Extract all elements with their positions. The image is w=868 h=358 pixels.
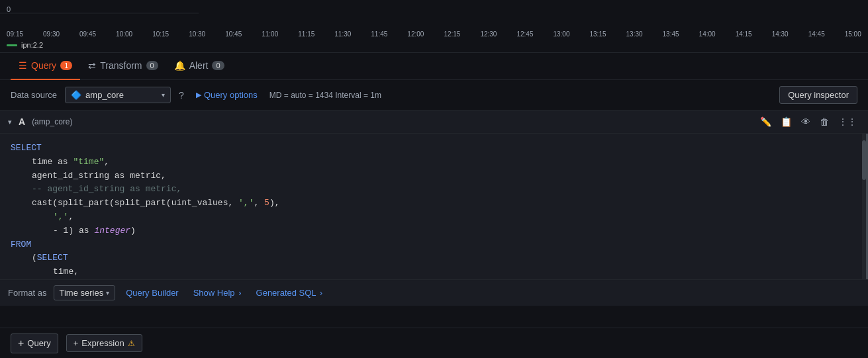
datasource-select[interactable]: 🔷 amp_core ▾: [65, 87, 171, 103]
datasource-name: amp_core: [85, 90, 158, 100]
add-query-button[interactable]: + Query: [11, 334, 58, 353]
edit-query-button[interactable]: ✏️: [757, 114, 775, 129]
datasource-chevron-icon: ▾: [162, 91, 165, 99]
transform-tab-icon: ⇄: [88, 60, 96, 71]
drag-query-button[interactable]: ⋮⋮: [835, 114, 860, 129]
time-label: 12:45: [516, 30, 533, 38]
sql-line-9: (SELECT: [11, 251, 855, 265]
datasource-label: Data source: [11, 90, 57, 100]
query-letter: A: [19, 116, 25, 127]
generated-sql-label: Generated SQL: [256, 288, 316, 298]
format-value: Time series: [60, 288, 104, 298]
generated-sql-arrow-icon: ›: [320, 288, 322, 298]
query-tab-icon: ☰: [19, 60, 27, 71]
add-expression-plus-icon: +: [73, 338, 79, 348]
time-label: 14:30: [772, 30, 789, 38]
time-label: 11:30: [334, 30, 351, 38]
query-options-button[interactable]: ▶ Query options: [192, 87, 262, 103]
show-help-label: Show Help: [193, 288, 235, 298]
time-label: 10:00: [116, 30, 132, 38]
query-datasource-label: (amp_core): [32, 117, 72, 126]
sql-editor[interactable]: SELECT time as "time", agent_id_string a…: [0, 134, 868, 279]
chart-area: 0 09:15 09:30 09:45 10:00 10:15 10:30 10…: [0, 0, 868, 53]
time-label: 14:45: [808, 30, 825, 38]
scrollbar[interactable]: [862, 134, 866, 279]
delete-query-button[interactable]: 🗑: [816, 114, 832, 129]
chart-zero-label: 0: [7, 5, 11, 13]
show-help-button[interactable]: Show Help ›: [189, 286, 246, 300]
legend-color: [7, 44, 17, 46]
time-label: 13:45: [663, 30, 679, 38]
time-label: 12:00: [407, 30, 424, 38]
add-expression-button[interactable]: + Expression ⚠: [66, 334, 142, 352]
time-label: 13:30: [626, 30, 643, 38]
time-label: 11:00: [262, 30, 278, 38]
query-builder-button[interactable]: Query Builder: [122, 286, 182, 300]
time-label: 10:45: [225, 30, 242, 38]
tab-transform-label: Transform: [100, 60, 142, 71]
format-as-label: Format as: [8, 288, 47, 298]
tab-transform-badge: 0: [146, 61, 158, 70]
query-inspector-button[interactable]: Query inspector: [779, 86, 857, 104]
row-actions: ✏️ 📋 👁 🗑 ⋮⋮: [757, 114, 860, 129]
sql-line-10: time,: [11, 265, 855, 279]
bottom-bar: Format as Time series ▾ Query Builder Sh…: [0, 279, 868, 306]
expression-warn-icon: ⚠: [128, 339, 135, 348]
time-label: 10:30: [189, 30, 205, 38]
sql-line-1: SELECT: [11, 142, 855, 156]
time-label: 09:15: [7, 30, 23, 38]
legend-text: ipn:2.2: [21, 41, 43, 49]
tab-query-badge: 1: [60, 61, 72, 70]
format-select[interactable]: Time series ▾: [54, 285, 116, 300]
toggle-query-button[interactable]: 👁: [798, 114, 814, 129]
format-chevron-icon: ▾: [106, 289, 109, 296]
sql-line-3: agent_id_string as metric,: [11, 169, 855, 183]
sql-line-6: ',',: [11, 210, 855, 224]
show-help-arrow-icon: ›: [238, 288, 241, 298]
tab-transform[interactable]: ⇄ Transform 0: [80, 53, 166, 80]
query-options-label: Query options: [204, 90, 258, 100]
sql-line-5: cast(split_part(split_part(uint_values, …: [11, 197, 855, 210]
datasource-icon: 🔷: [71, 90, 81, 100]
alert-tab-icon: 🔔: [174, 60, 185, 71]
tab-alert[interactable]: 🔔 Alert 0: [166, 53, 232, 80]
chart-legend: ipn:2.2: [7, 41, 43, 49]
tab-alert-badge: 0: [212, 61, 224, 70]
time-label: 10:15: [152, 30, 169, 38]
info-button[interactable]: ?: [176, 87, 187, 103]
time-label: 11:15: [298, 30, 314, 38]
footer-row: + Query + Expression ⚠: [0, 328, 868, 358]
generated-sql-button[interactable]: Generated SQL ›: [252, 286, 327, 300]
time-label: 11:45: [371, 30, 387, 38]
time-label: 14:00: [699, 30, 716, 38]
sql-line-4: -- agent_id_string as metric,: [11, 183, 855, 197]
tab-query[interactable]: ☰ Query 1: [11, 53, 80, 80]
tab-query-label: Query: [31, 60, 56, 71]
time-label: 12:15: [444, 30, 460, 38]
copy-query-button[interactable]: 📋: [777, 114, 795, 129]
time-label: 12:30: [480, 30, 497, 38]
time-label: 13:15: [590, 30, 606, 38]
chart-timeline: 09:15 09:30 09:45 10:00 10:15 10:30 10:4…: [0, 30, 868, 38]
collapse-arrow-icon[interactable]: ▾: [8, 118, 12, 126]
query-editor-area: ▾ A (amp_core) ✏️ 📋 👁 🗑 ⋮⋮ SELECT time a…: [0, 111, 868, 328]
sql-line-8: FROM: [11, 238, 855, 252]
tabs-bar: ☰ Query 1 ⇄ Transform 0 🔔 Alert 0: [0, 53, 868, 80]
query-row-header: ▾ A (amp_core) ✏️ 📋 👁 🗑 ⋮⋮: [0, 111, 868, 134]
time-label: 14:15: [736, 30, 752, 38]
add-query-label: Query: [27, 338, 50, 348]
query-options-chevron-icon: ▶: [196, 91, 201, 99]
time-label: 09:30: [43, 30, 60, 38]
time-label: 13:00: [553, 30, 569, 38]
sql-line-7: - 1) as integer): [11, 224, 855, 238]
toolbar: Data source 🔷 amp_core ▾ ? ▶ Query optio…: [0, 80, 868, 111]
sql-line-2: time as "time",: [11, 156, 855, 169]
time-label: 15:00: [845, 30, 861, 38]
scrollbar-thumb: [862, 140, 866, 180]
query-meta: MD = auto = 1434 Interval = 1m: [269, 91, 381, 100]
add-expression-label: Expression: [81, 338, 124, 348]
time-label: 09:45: [79, 30, 96, 38]
tab-alert-label: Alert: [189, 60, 209, 71]
add-query-plus-icon: +: [18, 337, 24, 349]
